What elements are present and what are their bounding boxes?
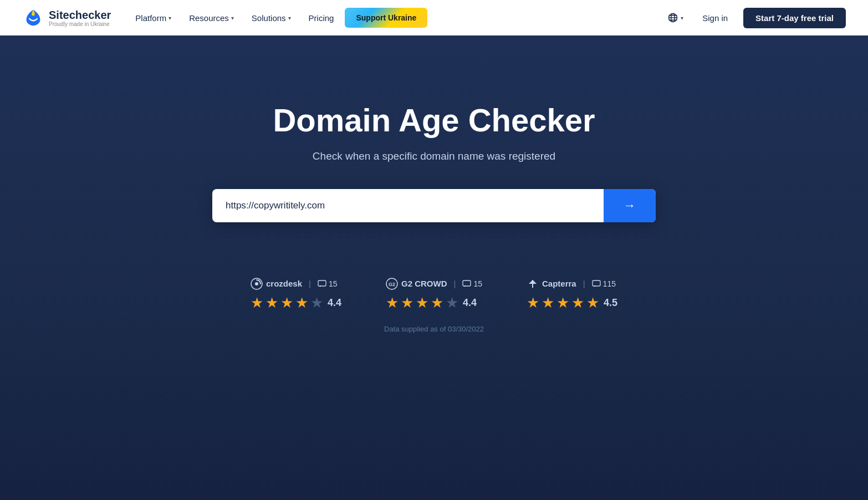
comment-icon	[462, 280, 471, 288]
ratings-section: crozdesk | 15 ★ ★ ★ ★ ★ 4.4	[251, 278, 617, 312]
capterra-header: Capterra | 115	[527, 278, 616, 290]
hero-subtitle: Check when a specific domain name was re…	[313, 150, 555, 162]
svg-rect-10	[463, 280, 471, 286]
logo-tagline: Proudly made in Ukraine	[49, 21, 111, 27]
g2crowd-stars: ★ ★ ★ ★ ★ 4.4	[386, 294, 477, 312]
svg-rect-13	[593, 280, 600, 286]
capterra-icon	[527, 278, 539, 290]
g2crowd-header: G2 G2 CROWD | 15	[386, 278, 482, 290]
language-chevron-icon: ▾	[681, 15, 683, 21]
crozdesk-header: crozdesk | 15	[251, 278, 338, 290]
crozdesk-icon	[251, 278, 263, 290]
search-button[interactable]: →	[604, 189, 656, 222]
g2crowd-rating: G2 G2 CROWD | 15 ★ ★ ★ ★ ★	[386, 278, 482, 312]
nav-solutions[interactable]: Solutions ▾	[245, 9, 298, 27]
trial-button[interactable]: Start 7-day free trial	[743, 8, 846, 28]
arrow-right-icon: →	[624, 198, 636, 213]
resources-chevron-icon: ▾	[231, 15, 234, 21]
capterra-rating: Capterra | 115 ★ ★ ★ ★ ★ 4.5	[527, 278, 617, 312]
svg-rect-7	[318, 280, 326, 286]
crozdesk-stars: ★ ★ ★ ★ ★ 4.4	[251, 294, 341, 312]
globe-icon	[667, 12, 678, 23]
language-selector[interactable]: ▾	[664, 9, 687, 27]
comment-icon	[318, 280, 326, 288]
nav-resources[interactable]: Resources ▾	[182, 9, 241, 27]
logo-name: Sitechecker	[49, 9, 111, 21]
g2crowd-logo: G2 G2 CROWD	[386, 278, 447, 290]
sign-in-button[interactable]: Sign in	[696, 9, 734, 27]
solutions-chevron-icon: ▾	[288, 15, 291, 21]
data-supplied-text: Data supplied as of 03/30/2022	[22, 325, 846, 333]
g2crowd-count: 15	[462, 279, 482, 288]
navbar: Sitechecker Proudly made in Ukraine Plat…	[0, 0, 868, 35]
crozdesk-logo: crozdesk	[251, 278, 302, 290]
nav-right: ▾ Sign in Start 7-day free trial	[664, 8, 846, 28]
logo[interactable]: Sitechecker Proudly made in Ukraine	[22, 9, 111, 27]
svg-point-6	[255, 282, 258, 285]
platform-chevron-icon: ▾	[169, 15, 171, 21]
capterra-count: 115	[592, 279, 616, 288]
support-ukraine-button[interactable]: Support Ukraine	[345, 8, 427, 28]
logo-icon	[22, 9, 44, 27]
nav-links: Platform ▾ Resources ▾ Solutions ▾ Prici…	[129, 8, 646, 28]
capterra-stars: ★ ★ ★ ★ ★ 4.5	[527, 294, 617, 312]
nav-pricing[interactable]: Pricing	[302, 9, 341, 27]
hero-title: Domain Age Checker	[273, 102, 595, 139]
svg-text:G2: G2	[389, 282, 395, 287]
search-bar: →	[212, 189, 656, 222]
domain-search-input[interactable]	[212, 189, 604, 222]
g2-icon: G2	[386, 278, 398, 290]
crozdesk-count: 15	[318, 279, 338, 288]
nav-platform[interactable]: Platform ▾	[129, 9, 178, 27]
capterra-logo: Capterra	[527, 278, 576, 290]
crozdesk-rating: crozdesk | 15 ★ ★ ★ ★ ★ 4.4	[251, 278, 341, 312]
comment-icon	[592, 280, 601, 288]
hero-section: Domain Age Checker Check when a specific…	[0, 35, 868, 500]
